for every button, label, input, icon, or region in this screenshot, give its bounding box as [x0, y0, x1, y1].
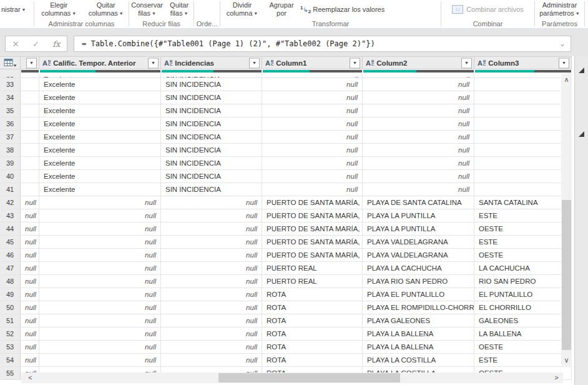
scroll-up-icon[interactable]: ∧ — [561, 74, 572, 85]
cell[interactable]: LA BALLENA — [474, 328, 572, 340]
scroll-right-icon[interactable]: > — [551, 372, 562, 383]
cell[interactable]: null — [39, 354, 161, 366]
cell[interactable]: null — [161, 354, 262, 366]
cell[interactable]: null — [262, 73, 363, 78]
row-number[interactable]: 34 — [0, 91, 21, 104]
cell[interactable]: SIN INCIDENCIA — [161, 183, 262, 196]
row-number[interactable]: 50 — [0, 301, 21, 314]
formula-input[interactable]: = Table.Combine({#"Table001 (Page 1) (2)… — [74, 36, 571, 52]
cell[interactable]: null — [262, 91, 363, 104]
filter-dropdown-icon[interactable]: ▼ — [559, 58, 569, 68]
cell[interactable] — [474, 118, 572, 130]
cell[interactable] — [21, 91, 39, 104]
cell[interactable]: SANTA CATALINA — [474, 196, 572, 209]
cell[interactable]: null — [262, 144, 363, 156]
cell[interactable]: null — [161, 328, 262, 340]
reemplazar-valores-button[interactable]: 1↳2 Reemplazar los valores — [299, 4, 386, 16]
cell[interactable]: PUERTO DE SANTA MARÍA, EL — [262, 222, 363, 235]
column-header-Column2[interactable]: ABCColumn2▼ — [363, 57, 474, 69]
cell[interactable]: null — [39, 209, 161, 222]
cell[interactable]: ESTE — [474, 209, 572, 222]
cell[interactable]: null — [39, 262, 161, 274]
cell[interactable]: null — [39, 314, 161, 327]
cell[interactable]: null — [161, 236, 262, 248]
cell[interactable]: null — [161, 262, 262, 274]
cell[interactable]: null — [39, 275, 161, 288]
cell[interactable]: Excelente — [39, 183, 161, 196]
cell[interactable]: ROTA — [262, 354, 363, 366]
cell[interactable]: ROTA — [262, 341, 363, 353]
cell[interactable]: PLAYA EL ROMPIDILLO-CHORRILLO — [363, 301, 474, 314]
cell[interactable]: PLAYA LA PUNTILLA — [363, 222, 474, 235]
cell[interactable]: PLAYA LA PUNTILLA — [363, 209, 474, 222]
row-number[interactable]: 41 — [0, 183, 21, 196]
filter-dropdown-icon[interactable]: ▼ — [26, 58, 37, 68]
cell[interactable]: null — [161, 341, 262, 353]
administrar-parametros-button[interactable]: Administrar parámetros▼ — [535, 1, 584, 18]
cell[interactable]: LA CACHUCHA — [474, 262, 572, 274]
cell[interactable]: null — [161, 301, 262, 314]
cell[interactable]: null — [262, 104, 363, 117]
cell[interactable]: null — [39, 288, 161, 301]
cell[interactable]: null — [363, 183, 474, 196]
cell[interactable]: OESTE — [474, 341, 572, 353]
row-number[interactable]: 45 — [0, 236, 21, 248]
cell[interactable]: PLAYA GALEONES — [363, 314, 474, 327]
cell[interactable]: Excelente — [39, 118, 161, 130]
cell[interactable]: null — [363, 170, 474, 182]
cell[interactable]: null — [39, 301, 161, 314]
conservar-filas-button[interactable]: Conservar filas▼ — [129, 1, 165, 18]
cell[interactable]: null — [21, 341, 39, 353]
cell[interactable]: null — [39, 341, 161, 353]
cell[interactable]: null — [21, 275, 39, 288]
expand-panel-icon[interactable] — [579, 68, 584, 73]
cell[interactable]: null — [161, 222, 262, 235]
cell[interactable] — [21, 144, 39, 156]
cell[interactable]: ESTE — [474, 354, 572, 366]
filter-dropdown-icon[interactable]: ▼ — [461, 58, 472, 68]
row-number[interactable]: 37 — [0, 131, 21, 143]
row-number[interactable]: 39 — [0, 157, 21, 169]
row-number[interactable]: 33 — [0, 78, 21, 91]
row-number[interactable]: 40 — [0, 170, 21, 182]
cell[interactable]: null — [161, 288, 262, 301]
vertical-scrollbar[interactable]: ∧ ∨ — [561, 73, 572, 366]
cell[interactable]: null — [161, 209, 262, 222]
horizontal-scrollbar-thumb[interactable] — [218, 373, 400, 382]
cell[interactable]: EL PUNTALILLO — [474, 288, 572, 301]
cell[interactable]: PLAYA LA BALLENA — [363, 328, 474, 340]
cell[interactable]: SIN INCIDENCIA — [161, 170, 262, 182]
filter-dropdown-icon[interactable]: ▼ — [350, 58, 360, 68]
cell[interactable]: SIN INCIDENCIA — [161, 157, 262, 169]
cell[interactable]: null — [363, 104, 474, 117]
expand-panel-icon[interactable] — [579, 131, 584, 137]
cell[interactable]: Excelente — [39, 73, 161, 78]
cell[interactable] — [474, 183, 572, 196]
cell[interactable]: null — [363, 91, 474, 104]
cell[interactable]: PUERTO DE SANTA MARÍA, EL — [262, 249, 363, 261]
cell[interactable]: null — [363, 144, 474, 156]
horizontal-scrollbar[interactable]: < > — [21, 372, 563, 383]
cell[interactable] — [474, 91, 572, 104]
cell[interactable]: null — [39, 249, 161, 261]
cell[interactable] — [474, 157, 572, 169]
row-number[interactable]: 54 — [0, 354, 21, 366]
check-icon[interactable]: ✓ — [32, 39, 39, 49]
cell[interactable]: ROTA — [262, 301, 363, 314]
cell[interactable] — [474, 73, 572, 78]
row-number[interactable]: 51 — [0, 314, 21, 327]
cell[interactable]: SIN INCIDENCIA — [161, 118, 262, 130]
cell[interactable] — [21, 131, 39, 143]
agrupar-por-button[interactable]: Agrupar por — [264, 1, 299, 18]
cell[interactable] — [21, 73, 39, 78]
quitar-columnas-button[interactable]: Quitar columnas▼ — [83, 1, 129, 18]
cell[interactable] — [474, 170, 572, 182]
cell[interactable]: null — [262, 170, 363, 182]
cell[interactable]: null — [21, 249, 39, 261]
cell[interactable]: OESTE — [474, 249, 572, 261]
cell[interactable]: PLAYA LA CACHUCHA — [363, 262, 474, 274]
column-header-Incidencias[interactable]: ABCIncidencias▼ — [161, 57, 262, 69]
scroll-down-icon[interactable]: ∨ — [561, 355, 572, 366]
cell[interactable] — [21, 104, 39, 117]
cell[interactable]: PLAYA VALDELAGRANA — [363, 249, 474, 261]
